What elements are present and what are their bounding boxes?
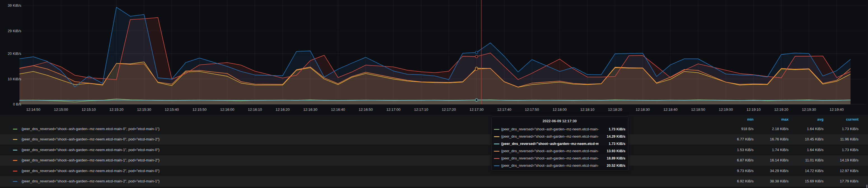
legend-series-label[interactable]: {peer_dns_reversed="shoot--ash-garden--m… <box>22 148 159 152</box>
x-tick-label: 12:18:30 <box>636 107 650 112</box>
tooltip-series-value: 13.93 KiB/s <box>598 149 625 153</box>
x-tick-label: 12:16:20 <box>276 107 290 112</box>
hover-point-5 <box>475 51 478 54</box>
y-tick-label: 39 KiB/s <box>0 3 21 8</box>
tooltip-series-value: 1.73 KiB/s <box>598 142 625 146</box>
x-tick-label: 12:19:20 <box>774 107 788 112</box>
x-tick-label: 12:19:10 <box>747 107 761 112</box>
hover-tooltip: 2022-06-09 12:17:30 {peer_dns_reversed="… <box>491 116 628 171</box>
scrollbar-thumb[interactable] <box>866 185 867 188</box>
tooltip-color-dash-icon <box>494 165 499 166</box>
x-tick-label: 12:15:20 <box>110 107 124 112</box>
tooltip-row: {peer_dns_reversed="shoot--ash-garden--m… <box>494 155 625 162</box>
legend-color-dash-icon <box>13 171 17 171</box>
x-tick-label: 12:18:10 <box>580 107 595 112</box>
legend-color-dash-icon <box>13 129 17 129</box>
x-tick-label: 12:15:50 <box>192 107 207 112</box>
x-tick-label: 12:17:00 <box>386 107 401 112</box>
x-tick-label: 12:19:30 <box>802 107 816 112</box>
tooltip-row: {peer_dns_reversed="shoot--ash-garden--m… <box>494 162 625 169</box>
legend-color-dash-icon <box>13 160 17 161</box>
legend-series-label[interactable]: {peer_dns_reversed="shoot--ash-garden--m… <box>22 137 159 141</box>
tooltip-color-dash-icon <box>494 151 499 152</box>
legend-color-dash-icon <box>13 139 17 140</box>
tooltip-series-label: {peer_dns_reversed="shoot--ash-garden--m… <box>501 142 598 146</box>
graph-panel: 39 KiB/s29 KiB/s20 KiB/s10 KiB/s0 B/s 12… <box>0 0 868 188</box>
x-tick-label: 12:17:40 <box>497 107 512 112</box>
legend-row: {peer_dns_reversed="shoot--ash-garden--m… <box>0 134 868 145</box>
tooltip-color-dash-icon <box>494 136 499 137</box>
tooltip-series-label: {peer_dns_reversed="shoot--ash-garden--m… <box>501 156 598 160</box>
tooltip-row: {peer_dns_reversed="shoot--ash-garden--m… <box>494 133 625 140</box>
tooltip-row: {peer_dns_reversed="shoot--ash-garden--m… <box>494 126 625 133</box>
tooltip-series-value: 1.73 KiB/s <box>598 127 625 131</box>
legend-stat-current: 1.73 KiB/s <box>811 127 859 131</box>
tooltip-series-value: 14.29 KiB/s <box>598 134 625 138</box>
tooltip-color-dash-icon <box>494 158 499 159</box>
chart-canvas[interactable] <box>0 0 868 115</box>
tooltip-color-dash-icon <box>494 144 499 144</box>
x-tick-label: 12:17:30 <box>469 107 484 112</box>
x-tick-label: 12:18:20 <box>608 107 622 112</box>
x-tick-label: 12:18:50 <box>691 107 706 112</box>
x-tick-label: 12:17:50 <box>525 107 539 112</box>
tooltip-color-dash-icon <box>494 129 499 130</box>
y-tick-label: 29 KiB/s <box>0 29 21 33</box>
legend-color-dash-icon <box>13 181 17 182</box>
x-tick-label: 12:18:40 <box>663 107 678 112</box>
tooltip-series-label: {peer_dns_reversed="shoot--ash-garden--m… <box>501 134 598 138</box>
x-tick-label: 12:18:00 <box>553 107 567 112</box>
legend-stat-current: 1.73 KiB/s <box>811 148 859 152</box>
x-tick-label: 12:19:00 <box>719 107 733 112</box>
time-series-plot[interactable]: 39 KiB/s29 KiB/s20 KiB/s10 KiB/s0 B/s 12… <box>0 0 868 115</box>
hover-point-4 <box>475 55 478 58</box>
tooltip-series-value: 20.52 KiB/s <box>598 164 625 167</box>
x-tick-label: 12:19:40 <box>830 107 844 112</box>
legend-stat-current: 17.79 KiB/s <box>811 179 859 183</box>
legend-color-dash-icon <box>13 150 17 151</box>
hover-point-2 <box>475 99 478 101</box>
legend-row: {peer_dns_reversed="shoot--ash-garden--m… <box>0 176 868 187</box>
legend-row: {peer_dns_reversed="shoot--ash-garden--m… <box>0 124 868 134</box>
legend-series-label[interactable]: {peer_dns_reversed="shoot--ash-garden--m… <box>22 127 159 131</box>
legend-row: {peer_dns_reversed="shoot--ash-garden--m… <box>0 145 868 155</box>
legend-series-label[interactable]: {peer_dns_reversed="shoot--ash-garden--m… <box>22 158 159 162</box>
tooltip-series-label: {peer_dns_reversed="shoot--ash-garden--m… <box>501 164 598 167</box>
legend-header-current[interactable]: current <box>811 117 859 121</box>
y-tick-label: 0 B/s <box>0 102 21 106</box>
x-tick-label: 12:15:10 <box>82 107 96 112</box>
hover-point-3 <box>475 68 478 70</box>
x-tick-label: 12:14:50 <box>26 107 40 112</box>
tooltip-series-label: {peer_dns_reversed="shoot--ash-garden--m… <box>501 127 598 131</box>
x-tick-label: 12:15:40 <box>165 107 179 112</box>
legend-stat-current: 11.96 KiB/s <box>811 137 859 141</box>
legend-series-label[interactable]: {peer_dns_reversed="shoot--ash-garden--m… <box>22 179 159 183</box>
x-tick-label: 12:17:20 <box>442 107 456 112</box>
y-tick-label: 10 KiB/s <box>0 77 21 82</box>
x-tick-label: 12:16:10 <box>248 107 262 112</box>
x-tick-label: 12:15:30 <box>137 107 151 112</box>
x-tick-label: 12:16:50 <box>359 107 373 112</box>
legend-stat-current: 14.19 KiB/s <box>811 158 859 162</box>
legend-row: {peer_dns_reversed="shoot--ash-garden--m… <box>0 166 868 176</box>
x-tick-label: 12:17:10 <box>414 107 428 112</box>
tooltip-series-value: 18.89 KiB/s <box>598 156 625 160</box>
legend-stat-current: 12.97 KiB/s <box>811 169 859 173</box>
legend: minmaxavgcurrent {peer_dns_reversed="sho… <box>0 115 868 188</box>
x-tick-label: 12:16:00 <box>220 107 235 112</box>
x-tick-label: 12:15:00 <box>54 107 68 112</box>
x-tick-label: 12:16:40 <box>331 107 345 112</box>
tooltip-row: {peer_dns_reversed="shoot--ash-garden--m… <box>494 140 625 148</box>
tooltip-timestamp: 2022-06-09 12:17:30 <box>494 119 625 123</box>
tooltip-row: {peer_dns_reversed="shoot--ash-garden--m… <box>494 148 625 155</box>
y-tick-label: 20 KiB/s <box>0 52 21 56</box>
x-tick-label: 12:16:30 <box>303 107 318 112</box>
legend-row: {peer_dns_reversed="shoot--ash-garden--m… <box>0 155 868 166</box>
legend-series-label[interactable]: {peer_dns_reversed="shoot--ash-garden--m… <box>22 169 159 173</box>
tooltip-series-label: {peer_dns_reversed="shoot--ash-garden--m… <box>501 149 598 153</box>
